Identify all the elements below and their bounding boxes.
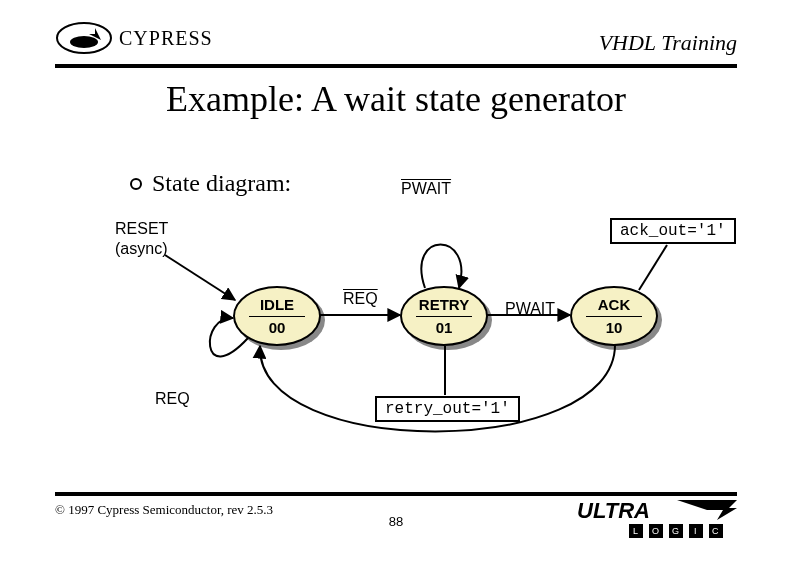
svg-text:I: I	[694, 526, 697, 536]
footer-divider	[55, 492, 737, 496]
state-idle: IDLE 00	[233, 286, 321, 346]
label-reset: RESET	[115, 220, 168, 238]
state-retry: RETRY 01	[400, 286, 488, 346]
state-idle-code: 00	[269, 319, 286, 336]
state-ack-code: 10	[606, 319, 623, 336]
cypress-logo-icon	[55, 20, 113, 56]
slide-page: CYPRESS VHDL Training Example: A wait st…	[0, 0, 792, 562]
state-retry-name: RETRY	[419, 297, 469, 312]
svg-text:L: L	[633, 526, 638, 536]
label-async: (async)	[115, 240, 167, 258]
output-retry-box: retry_out='1'	[375, 396, 520, 422]
header: CYPRESS VHDL Training	[55, 20, 737, 70]
state-ack: ACK 10	[570, 286, 658, 346]
output-ack-box: ack_out='1'	[610, 218, 736, 244]
header-title: VHDL Training	[599, 30, 737, 56]
ultra-logic-logo: ULTRA L O G I C	[577, 498, 737, 544]
label-pwait: PWAIT	[505, 300, 555, 318]
label-req: REQ	[155, 390, 190, 408]
svg-text:C: C	[712, 526, 719, 536]
slide-title: Example: A wait state generator	[0, 78, 792, 120]
page-number: 88	[389, 514, 403, 529]
cypress-logo: CYPRESS	[55, 20, 213, 56]
state-diagram: PWAIT RESET (async) REQ PWAIT REQ ack_ou…	[55, 160, 737, 472]
label-pwait-neg: PWAIT	[401, 180, 451, 198]
svg-point-1	[70, 36, 98, 48]
copyright-text: © 1997 Cypress Semiconductor, rev 2.5.3	[55, 502, 273, 518]
svg-text:O: O	[652, 526, 659, 536]
state-retry-code: 01	[436, 319, 453, 336]
header-divider	[55, 64, 737, 68]
svg-text:G: G	[672, 526, 679, 536]
state-idle-name: IDLE	[260, 297, 294, 312]
state-ack-name: ACK	[598, 297, 631, 312]
cypress-logo-text: CYPRESS	[119, 27, 213, 50]
ultra-text: ULTRA	[577, 498, 650, 523]
label-req-neg: REQ	[343, 290, 378, 308]
footer: © 1997 Cypress Semiconductor, rev 2.5.3 …	[55, 492, 737, 542]
